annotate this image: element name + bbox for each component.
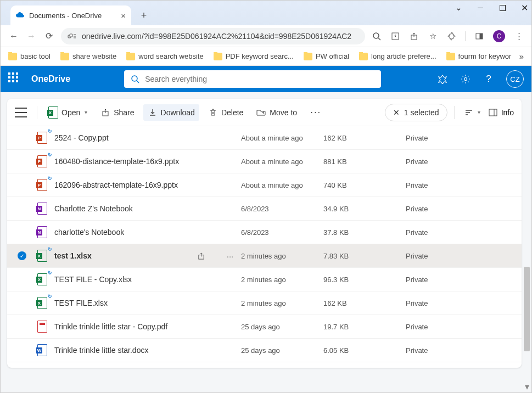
folder-icon bbox=[8, 53, 17, 60]
move-to-button[interactable]: Move to bbox=[252, 104, 301, 121]
share-icon bbox=[100, 108, 110, 117]
file-row[interactable]: ↻TEST FILE.xlsx···2 minutes ago162 KBPri… bbox=[7, 291, 522, 315]
file-type-icon bbox=[37, 321, 48, 333]
folder-icon bbox=[60, 53, 69, 60]
bookmark-item[interactable]: basic tool bbox=[8, 52, 51, 60]
file-modified: About a minute ago bbox=[241, 134, 323, 142]
address-bar[interactable]: onedrive.live.com/?id=998E25D061924AC2%2… bbox=[61, 28, 365, 44]
bookmark-item[interactable]: share website bbox=[60, 52, 116, 60]
scroll-down-button[interactable]: ▾ bbox=[524, 383, 530, 390]
more-commands-button[interactable]: ··· bbox=[306, 104, 326, 121]
file-row[interactable]: ✓↻test 1.xlsx···2 minutes ago7.83 KBPriv… bbox=[7, 244, 522, 268]
file-size: 740 KB bbox=[323, 181, 406, 189]
window-dropdown-icon[interactable]: ⌄ bbox=[455, 4, 462, 12]
brand-label[interactable]: OneDrive bbox=[31, 74, 70, 84]
tab-title: Documents - OneDrive bbox=[29, 12, 116, 20]
install-app-icon[interactable] bbox=[390, 31, 400, 41]
bookmarks-overflow-button[interactable]: » bbox=[519, 52, 524, 61]
file-modified: 2 minutes ago bbox=[241, 252, 323, 260]
bookmark-label: basic tool bbox=[20, 52, 51, 60]
browser-menu-icon[interactable]: ⋮ bbox=[514, 31, 524, 41]
file-name: Charlotte Z's Notebook bbox=[54, 204, 197, 213]
browser-tab[interactable]: Documents - OneDrive × bbox=[10, 5, 131, 25]
open-button[interactable]: Open ▾ bbox=[44, 104, 92, 121]
excel-icon bbox=[48, 108, 58, 117]
folder-icon bbox=[304, 53, 312, 60]
file-sharing: Private bbox=[406, 299, 516, 307]
new-tab-button[interactable]: + bbox=[136, 7, 152, 24]
app-header: OneDrive ? CZ bbox=[1, 66, 531, 92]
premium-icon[interactable] bbox=[437, 74, 448, 85]
search-box[interactable] bbox=[124, 70, 381, 88]
selection-pill[interactable]: ✕ 1 selected bbox=[385, 104, 447, 121]
tab-close-button[interactable]: × bbox=[121, 11, 126, 20]
scrollbar-thumb[interactable] bbox=[524, 267, 530, 351]
file-sharing: Private bbox=[406, 323, 516, 331]
download-button[interactable]: Download bbox=[143, 104, 199, 121]
file-type-icon: ↻ bbox=[37, 297, 48, 309]
file-type-icon bbox=[37, 344, 48, 356]
settings-icon[interactable] bbox=[460, 74, 471, 85]
window-close-button[interactable]: ✕ bbox=[520, 4, 528, 12]
bookmark-label: share website bbox=[72, 52, 116, 60]
file-row[interactable]: ↻2524 - Copy.ppt···About a minute ago162… bbox=[7, 126, 522, 150]
search-input[interactable] bbox=[145, 75, 374, 83]
file-type-icon: ↻ bbox=[37, 155, 48, 167]
file-sharing: Private bbox=[406, 346, 516, 355]
share-page-icon[interactable] bbox=[409, 31, 419, 41]
bookmark-label: fourm for keyword... bbox=[458, 52, 512, 60]
checkmark-icon: ✓ bbox=[18, 251, 26, 260]
bookmark-item[interactable]: PDF keyword searc... bbox=[214, 52, 294, 60]
file-type-icon bbox=[37, 226, 48, 238]
nav-back-button[interactable]: ← bbox=[8, 31, 19, 42]
sidepanel-icon[interactable] bbox=[474, 31, 484, 41]
file-type-icon: ↻ bbox=[37, 250, 48, 262]
bookmark-item[interactable]: word search website bbox=[126, 52, 204, 60]
row-more-button[interactable]: ··· bbox=[219, 251, 241, 261]
bookmark-item[interactable]: long article prefere... bbox=[359, 52, 436, 60]
svg-rect-11 bbox=[480, 33, 483, 39]
app-launcher-button[interactable] bbox=[8, 72, 21, 86]
file-modified: 6/8/2023 bbox=[241, 228, 323, 237]
bookmark-star-icon[interactable]: ☆ bbox=[428, 31, 438, 41]
nav-reload-button[interactable]: ⟳ bbox=[43, 31, 54, 42]
file-row[interactable]: charlotte's Notebook···6/8/202337.8 KBPr… bbox=[7, 221, 522, 244]
svg-point-5 bbox=[373, 33, 379, 38]
share-button[interactable]: Share bbox=[96, 104, 138, 121]
bookmark-item[interactable]: fourm for keyword... bbox=[446, 52, 512, 60]
download-label: Download bbox=[161, 108, 195, 117]
file-row[interactable]: Trinkle trinkle little star.docx···25 da… bbox=[7, 339, 522, 362]
nav-menu-button[interactable] bbox=[15, 108, 27, 117]
help-icon[interactable]: ? bbox=[483, 74, 494, 85]
file-size: 37.8 KB bbox=[323, 228, 406, 237]
chevron-down-icon: ▾ bbox=[85, 109, 87, 115]
file-sharing: Private bbox=[406, 276, 516, 284]
search-in-page-icon[interactable] bbox=[372, 31, 382, 41]
bookmark-item[interactable]: PW official bbox=[304, 52, 349, 60]
folder-icon bbox=[126, 53, 135, 60]
download-icon bbox=[148, 108, 158, 117]
info-button[interactable]: Info bbox=[488, 108, 514, 117]
file-name: Trinkle trinkle little star.docx bbox=[54, 346, 197, 355]
file-name: 162096-abstract-template-16x9.pptx bbox=[54, 181, 197, 189]
file-row[interactable]: Trinkle trinkle little star - Copy.pdf··… bbox=[7, 315, 522, 339]
delete-icon bbox=[208, 108, 218, 117]
extensions-icon[interactable] bbox=[446, 31, 456, 41]
clear-selection-icon[interactable]: ✕ bbox=[393, 108, 400, 117]
delete-button[interactable]: Delete bbox=[204, 104, 248, 121]
file-modified: 6/8/2023 bbox=[241, 205, 323, 213]
window-maximize-button[interactable] bbox=[499, 4, 506, 12]
site-info-icon[interactable] bbox=[68, 32, 76, 40]
account-avatar[interactable]: CZ bbox=[506, 70, 524, 88]
file-row[interactable]: ↻160480-distance-template-16x9.pptx···Ab… bbox=[7, 150, 522, 173]
row-select[interactable]: ✓ bbox=[7, 251, 37, 260]
file-size: 7.83 KB bbox=[323, 252, 406, 260]
row-share-button[interactable] bbox=[197, 252, 219, 260]
file-row[interactable]: ↻162096-abstract-template-16x9.pptx···Ab… bbox=[7, 173, 522, 197]
window-minimize-button[interactable] bbox=[477, 4, 484, 12]
file-row[interactable]: ↻TEST FILE - Copy.xlsx···2 minutes ago96… bbox=[7, 268, 522, 291]
profile-avatar[interactable]: C bbox=[493, 30, 505, 42]
sort-button[interactable]: ▾ bbox=[461, 106, 484, 119]
file-row[interactable]: Charlotte Z's Notebook···6/8/202334.9 KB… bbox=[7, 197, 522, 221]
nav-forward-button[interactable]: → bbox=[26, 31, 37, 42]
